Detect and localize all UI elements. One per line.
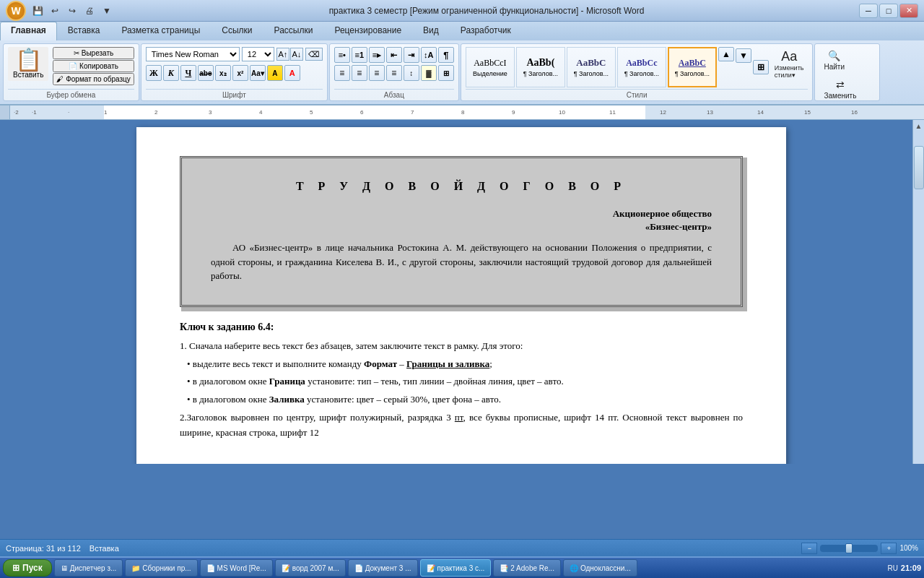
undo-qa-button[interactable]: ↩ bbox=[48, 4, 62, 18]
line-spacing-button[interactable]: ↕ bbox=[404, 65, 419, 81]
zoom-out-button[interactable]: − bbox=[801, 543, 817, 554]
decrease-font-button[interactable]: A↓ bbox=[290, 48, 303, 61]
key-line-5: 2.Заголовок выровнен по центру, шрифт по… bbox=[180, 410, 743, 441]
taskbar-item-4-icon: 📄 bbox=[354, 564, 363, 572]
close-button[interactable]: ✕ bbox=[899, 4, 918, 18]
find-button[interactable]: 🔍 Найти bbox=[819, 47, 849, 74]
font-size-select[interactable]: 12 bbox=[242, 47, 274, 61]
zoom-thumb[interactable] bbox=[845, 543, 853, 553]
tray-language[interactable]: RU bbox=[887, 564, 897, 572]
ruler-mark-6: 6 bbox=[360, 109, 363, 116]
subscript-button[interactable]: x₂ bbox=[215, 65, 231, 81]
align-justify-button[interactable]: ≡ bbox=[386, 65, 402, 81]
office-button[interactable]: W bbox=[6, 1, 26, 21]
minimize-button[interactable]: ─ bbox=[859, 4, 878, 18]
increase-indent-button[interactable]: ⇥ bbox=[404, 47, 419, 63]
borders-button[interactable]: ⊞ bbox=[438, 65, 454, 81]
ruler-mark-neg1: ·1 bbox=[32, 109, 37, 116]
taskbar-item-6-label: 2 Adobe Re... bbox=[510, 564, 554, 572]
taskbar-item-2[interactable]: 📄 MS Word [Re... bbox=[200, 559, 273, 577]
show-marks-button[interactable]: ¶ bbox=[438, 47, 454, 63]
taskbar-item-3-label: ворд 2007 м... bbox=[292, 564, 339, 572]
style-item-normal[interactable]: AaBbCcI Выделение bbox=[466, 47, 515, 87]
taskbar-item-0[interactable]: 🖥 Диспетчер з... bbox=[54, 559, 123, 577]
scroll-up-button[interactable]: ▲ bbox=[913, 120, 924, 131]
windows-icon: ⊞ bbox=[12, 563, 19, 573]
style-item-h2[interactable]: AaBbC ¶ Заголов... bbox=[567, 47, 616, 87]
quick-access-toolbar: 💾 ↩ ↪ 🖨 ▼ bbox=[30, 4, 114, 18]
replace-button[interactable]: ⇄ Заменить bbox=[819, 76, 860, 103]
cut-button[interactable]: ✂ Вырезать bbox=[53, 47, 134, 59]
change-case-button[interactable]: Aa▾ bbox=[250, 65, 266, 81]
key-text: 1. Сначала наберите весь текст без абзац… bbox=[180, 339, 743, 441]
format-painter-button[interactable]: 🖌 Формат по образцу bbox=[53, 73, 134, 85]
tab-developer[interactable]: Разработчик bbox=[450, 22, 522, 40]
paste-button[interactable]: 📋 Вставить bbox=[8, 47, 48, 81]
ruler-mark-7: 7 bbox=[411, 109, 414, 116]
style-label-h2: ¶ Заголов... bbox=[574, 70, 609, 77]
save-qa-button[interactable]: 💾 bbox=[30, 4, 45, 18]
key-line-1: 1. Сначала наберите весь текст без абзац… bbox=[180, 339, 743, 354]
italic-button[interactable]: К bbox=[163, 65, 179, 81]
copy-button[interactable]: 📄 Копировать bbox=[53, 60, 134, 72]
font-color-button[interactable]: A bbox=[284, 65, 300, 81]
tab-insert[interactable]: Вставка bbox=[57, 22, 111, 40]
maximize-button[interactable]: □ bbox=[879, 4, 898, 18]
styles-scroll-up-button[interactable]: ▲ bbox=[718, 47, 734, 61]
document-area[interactable]: Т Р У Д О В О Й Д О Г О В О Р Акционерно… bbox=[10, 120, 912, 464]
styles-more-button[interactable]: ⊞ bbox=[753, 60, 769, 74]
taskbar-item-5-active[interactable]: 📝 практика 3 с... bbox=[420, 559, 492, 577]
increase-font-button[interactable]: A↑ bbox=[276, 48, 289, 61]
taskbar-item-3[interactable]: 📝 ворд 2007 м... bbox=[275, 559, 346, 577]
style-preview-h1: AaBb( bbox=[526, 57, 554, 69]
print-preview-qa-button[interactable]: 🖨 bbox=[82, 4, 97, 18]
multilevel-list-button[interactable]: ≡▸ bbox=[369, 47, 385, 63]
decrease-indent-button[interactable]: ⇤ bbox=[386, 47, 402, 63]
taskbar-item-6[interactable]: 📑 2 Adobe Re... bbox=[493, 559, 561, 577]
highlight-color-button[interactable]: A bbox=[267, 65, 283, 81]
zoom-in-button[interactable]: + bbox=[881, 543, 897, 554]
vertical-scrollbar[interactable]: ▲ ▼ bbox=[912, 120, 924, 464]
zoom-slider[interactable] bbox=[820, 545, 878, 552]
tab-page-layout[interactable]: Разметка страницы bbox=[110, 22, 211, 40]
style-label-h3: ¶ Заголов... bbox=[624, 70, 659, 77]
change-styles-icon: Aa bbox=[781, 50, 797, 63]
sort-button[interactable]: ↕A bbox=[421, 47, 437, 63]
ruler-mark-14: 14 bbox=[757, 109, 764, 116]
tab-home[interactable]: Главная bbox=[0, 22, 57, 40]
taskbar-item-4[interactable]: 📄 Документ 3 ... bbox=[348, 559, 418, 577]
align-right-button[interactable]: ≡ bbox=[369, 65, 385, 81]
font-group-label: Шрифт bbox=[146, 89, 323, 99]
underline-button[interactable]: Ч bbox=[180, 65, 196, 81]
taskbar-item-7-icon: 🌐 bbox=[570, 564, 578, 572]
scrollbar-thumb[interactable] bbox=[914, 146, 924, 189]
bold-button[interactable]: Ж bbox=[146, 65, 162, 81]
align-left-button[interactable]: ≡ bbox=[334, 65, 350, 81]
taskbar-item-1[interactable]: 📁 Сборники пр... bbox=[125, 559, 197, 577]
tab-references[interactable]: Ссылки bbox=[211, 22, 263, 40]
styles-scroll-down-button[interactable]: ▼ bbox=[736, 48, 751, 63]
ribbon-tabs: Главная Вставка Разметка страницы Ссылки… bbox=[0, 22, 924, 40]
style-item-h4[interactable]: AaBbC ¶ Заголов... bbox=[668, 47, 717, 87]
style-item-h3[interactable]: AaBbCc ¶ Заголов... bbox=[617, 47, 666, 87]
tab-review[interactable]: Рецензирование bbox=[323, 22, 412, 40]
numbering-button[interactable]: ≡1 bbox=[352, 47, 367, 63]
redo-qa-button[interactable]: ↪ bbox=[65, 4, 79, 18]
style-item-h1[interactable]: AaBb( ¶ Заголов... bbox=[516, 47, 565, 87]
start-button[interactable]: ⊞ Пуск bbox=[3, 559, 52, 577]
style-label-h1: ¶ Заголов... bbox=[523, 70, 558, 77]
change-styles-button[interactable]: Aa Изменитьстили▾ bbox=[770, 47, 808, 82]
ruler-mark-16: 16 bbox=[851, 109, 858, 116]
strikethrough-button[interactable]: abe bbox=[198, 65, 214, 81]
tab-view[interactable]: Вид bbox=[412, 22, 450, 40]
tab-mailings[interactable]: Рассылки bbox=[263, 22, 324, 40]
superscript-button[interactable]: x² bbox=[232, 65, 248, 81]
font-name-select[interactable]: Times New Roman bbox=[146, 47, 240, 61]
bullets-button[interactable]: ≡• bbox=[334, 47, 350, 63]
clear-format-button[interactable]: ⌫ bbox=[305, 48, 323, 61]
taskbar-item-7-label: Одноклассни... bbox=[580, 564, 631, 572]
qa-dropdown-button[interactable]: ▼ bbox=[100, 4, 114, 18]
shading-button[interactable]: ▓ bbox=[421, 65, 437, 81]
taskbar-item-7[interactable]: 🌐 Одноклассни... bbox=[563, 559, 637, 577]
align-center-button[interactable]: ≡ bbox=[352, 65, 367, 81]
